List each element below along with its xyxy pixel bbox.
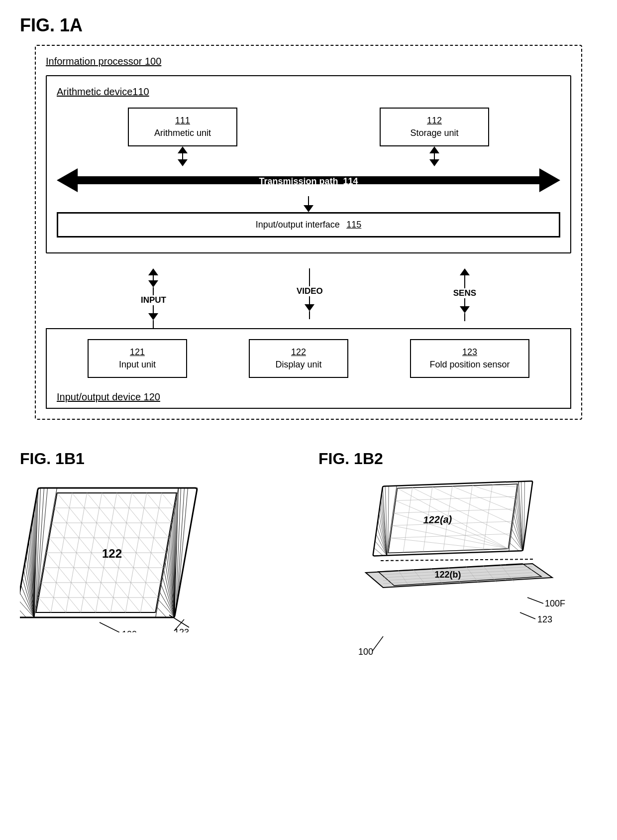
arrow-arith-down [178, 146, 188, 166]
fig1a-section: FIG. 1A Information processor 100 Arithm… [20, 15, 597, 420]
svg-line-60 [36, 508, 159, 612]
fig1b2-title: FIG. 1B2 [318, 450, 597, 468]
svg-line-114 [388, 484, 517, 553]
input-label: INPUT [141, 295, 166, 305]
fig1b2-section: FIG. 1B2 [318, 450, 597, 667]
arithmetic-device-box: Arithmetic device110 111 Arithmetic unit [46, 75, 571, 253]
svg-line-103 [509, 543, 520, 551]
top-units-row: 111 Arithmetic unit 112 Storage unit [57, 108, 560, 166]
svg-line-124 [381, 559, 535, 561]
arithmetic-unit-col: 111 Arithmetic unit [128, 108, 237, 166]
svg-line-64 [36, 568, 89, 612]
video-label: VIDEO [297, 286, 323, 296]
transmission-label: Transmission path 114 [259, 176, 358, 187]
storage-unit-col: 112 Storage unit [380, 108, 489, 166]
svg-line-138 [372, 636, 383, 651]
connector-labels-row: INPUT VIDEO SENS [46, 268, 571, 328]
io-interface-number: 115 [346, 220, 361, 230]
svg-line-108 [390, 534, 510, 538]
input-unit-number: 121 [94, 347, 181, 358]
svg-line-4 [20, 488, 57, 610]
arithmetic-device-label: Arithmetic device110 [57, 86, 560, 98]
fig1b1-bottom-label: 100 [122, 629, 137, 632]
fig1b1-display-label: 122 [102, 547, 122, 560]
storage-unit-box: 112 Storage unit [380, 108, 489, 146]
fig1b2-122b-label: 122(b) [434, 570, 461, 580]
fig1b2-sensor-label: 123 [537, 614, 552, 624]
svg-line-71 [124, 493, 177, 538]
svg-line-43 [156, 607, 169, 617]
fig1b2-fold-label: 100F [545, 599, 565, 608]
sens-connector-col: SENS [453, 268, 476, 328]
io-device-box: 121 Input unit 122 Display unit 123 Fold… [46, 328, 571, 409]
transmission-path-row: Transmission path 114 [57, 166, 560, 196]
io-device-label: Input/output device 120 [57, 391, 160, 403]
input-unit-label: Input unit [119, 360, 156, 369]
svg-line-109 [403, 487, 412, 552]
fig1b1-section: FIG. 1B1 [20, 450, 289, 667]
fig1b1-title: FIG. 1B1 [20, 450, 289, 468]
arrow-storage-down [429, 146, 439, 166]
fold-sensor-box: 123 Fold position sensor [410, 339, 529, 378]
display-unit-number: 122 [255, 347, 342, 358]
video-connector-col: VIDEO [297, 268, 323, 328]
fig1b2-drawing: 122(a) [318, 478, 597, 667]
arithmetic-unit-label: Arithmetic unit [154, 128, 211, 138]
svg-line-139 [527, 598, 543, 603]
svg-line-93 [512, 481, 533, 548]
svg-line-140 [520, 612, 535, 619]
fig1b2-svg: 122(a) [318, 478, 597, 667]
arithmetic-unit-number: 111 [134, 116, 231, 126]
fig1b2-122a-label: 122(a) [422, 513, 453, 525]
fold-sensor-label: Fold position sensor [429, 360, 510, 369]
fig1b2-device-label: 100 [358, 647, 373, 657]
sens-label: SENS [453, 288, 476, 298]
svg-line-106 [394, 509, 514, 513]
io-interface-box: Input/output interface 115 [57, 212, 560, 238]
display-unit-box: 122 Display unit [249, 339, 348, 378]
io-units-row: 121 Input unit 122 Display unit 123 Fold… [62, 339, 555, 378]
information-processor-box: Information processor 100 Arithmetic dev… [35, 45, 582, 420]
fig1b1-svg: 122 100 123 [20, 478, 229, 632]
arrow-transmission-to-io [57, 196, 560, 212]
svg-line-115 [388, 496, 515, 553]
input-connector-col: INPUT [141, 268, 166, 328]
fig1b-section: FIG. 1B1 [20, 450, 597, 667]
io-interface-label: Input/output interface [256, 220, 340, 230]
svg-line-80 [376, 486, 397, 553]
fig1b1-drawing: 122 100 123 [20, 478, 229, 657]
svg-line-90 [373, 548, 384, 556]
fold-sensor-number: 123 [416, 347, 523, 358]
input-unit-box: 121 Input unit [88, 339, 187, 378]
information-processor-label: Information processor 100 [46, 56, 571, 67]
svg-line-75 [100, 622, 119, 632]
svg-line-67 [54, 493, 177, 598]
storage-unit-label: Storage unit [410, 128, 458, 138]
display-unit-label: Display unit [275, 360, 321, 369]
fig1a-title: FIG. 1A [20, 15, 597, 36]
arithmetic-unit-box: 111 Arithmetic unit [128, 108, 237, 146]
storage-unit-number: 112 [386, 116, 483, 126]
